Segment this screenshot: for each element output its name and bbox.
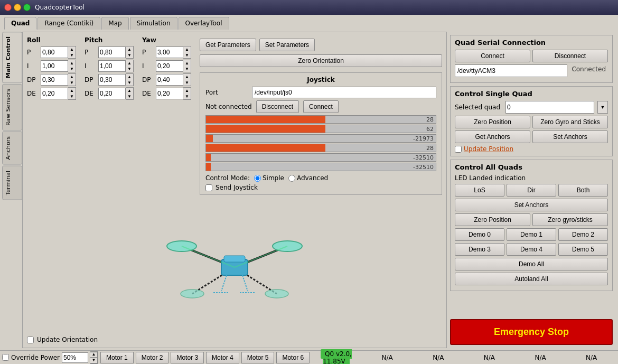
los-button[interactable]: LoS [455,184,504,197]
joystick-port-input[interactable] [252,87,436,98]
yaw-p-up[interactable]: ▲ [183,46,191,52]
demo0-button[interactable]: Demo 0 [455,228,504,241]
advanced-radio-label[interactable]: Advanced [288,174,328,182]
yaw-de-up[interactable]: ▲ [183,88,191,94]
close-button[interactable] [4,4,12,11]
motor5-button[interactable]: Motor 5 [241,352,275,363]
pitch-i-down[interactable]: ▼ [126,66,133,72]
window-controls [4,4,31,11]
serial-connect-button[interactable]: Connect [455,50,530,62]
roll-i-up[interactable]: ▲ [68,60,76,66]
pitch-de-up[interactable]: ▲ [126,88,133,94]
pitch-i-up[interactable]: ▲ [126,60,133,66]
roll-dp-down[interactable]: ▼ [68,80,76,86]
pitch-p-input[interactable] [98,46,126,58]
yaw-p-input[interactable] [156,46,183,58]
zero-position-all-button[interactable]: Zero Position [455,213,530,226]
sidebar-raw-sensors[interactable]: Raw Sensors [2,84,22,130]
pid-group-yaw: Yaw P ▲ ▼ I [142,36,191,195]
tab-simulation[interactable]: Simulation [130,17,177,30]
yaw-i-up[interactable]: ▲ [183,60,191,66]
pitch-p-up[interactable]: ▲ [126,46,133,52]
roll-dp-input[interactable] [41,74,68,86]
joystick-connect-button[interactable]: Connect [303,100,339,113]
simple-radio-label[interactable]: Simple [254,174,284,182]
sidebar-anchors[interactable]: Anchors [2,132,22,165]
both-button[interactable]: Both [558,184,608,197]
get-anchors-single-button[interactable]: Get Anchors [455,130,530,143]
maximize-button[interactable] [23,4,31,11]
all-buttons-1: Zero Position Zero gyro/sticks [455,213,608,226]
selected-quad-spin[interactable]: ▼ [597,101,608,114]
demo4-button[interactable]: Demo 4 [507,243,556,256]
override-up[interactable]: ▲ [90,352,98,358]
roll-de-input[interactable] [41,88,68,99]
selected-quad-input[interactable] [505,101,594,114]
set-anchors-single-button[interactable]: Set Anchors [532,130,608,143]
advanced-radio[interactable] [288,175,295,182]
get-parameters-button[interactable]: Get Parameters [200,39,256,51]
yaw-de-input[interactable] [156,88,183,99]
roll-i-input[interactable] [41,60,68,72]
update-position-checkbox[interactable] [455,146,462,153]
tab-quad[interactable]: Quad [4,17,36,30]
override-down[interactable]: ▼ [90,358,98,363]
motor6-button[interactable]: Motor 6 [276,352,310,363]
demo3-button[interactable]: Demo 3 [455,243,504,256]
demo1-button[interactable]: Demo 1 [507,228,556,241]
motor4-button[interactable]: Motor 4 [206,352,239,363]
yaw-dp-down[interactable]: ▼ [183,80,191,86]
roll-p-down[interactable]: ▼ [68,52,76,58]
pitch-de-input[interactable] [98,88,126,99]
override-power-checkbox[interactable] [2,354,9,361]
roll-p-input[interactable] [41,46,68,58]
set-anchors-all-button[interactable]: Set Anchors [455,199,608,211]
roll-de-up[interactable]: ▲ [68,88,76,94]
demo5-button[interactable]: Demo 5 [558,243,608,256]
roll-i-down[interactable]: ▼ [68,66,76,72]
emergency-stop-button[interactable]: Emergency Stop [450,319,613,345]
pitch-dp-down[interactable]: ▼ [126,80,133,86]
pitch-i-input[interactable] [98,60,126,72]
autoland-all-button[interactable]: Autoland All [455,273,608,285]
update-orientation-checkbox[interactable] [27,337,34,343]
motor1-button[interactable]: Motor 1 [100,352,134,363]
tab-map[interactable]: Map [101,17,128,30]
pitch-de-down[interactable]: ▼ [126,94,133,99]
override-power-input[interactable] [62,352,88,363]
roll-de-down[interactable]: ▼ [68,94,76,99]
simple-radio[interactable] [254,175,261,182]
yaw-dp-input[interactable] [156,74,183,86]
demo2-button[interactable]: Demo 2 [558,228,608,241]
pitch-dp-up[interactable]: ▲ [126,74,133,80]
yaw-de-down[interactable]: ▼ [183,94,191,99]
update-position-label[interactable]: Update Position [464,145,513,153]
zero-position-single-button[interactable]: Zero Position [455,116,530,128]
pitch-dp-input[interactable] [98,74,126,86]
roll-dp-up[interactable]: ▲ [68,74,76,80]
yaw-i-input[interactable] [156,60,183,72]
demo-all-button[interactable]: Demo All [455,258,608,270]
set-parameters-button[interactable]: Set Parameters [259,39,315,51]
yaw-i-down[interactable]: ▼ [183,66,191,72]
send-joystick-checkbox[interactable] [205,184,212,191]
yaw-dp-up[interactable]: ▲ [183,74,191,80]
tab-overlay[interactable]: OverlayTool [179,17,229,30]
motor2-button[interactable]: Motor 2 [136,352,169,363]
autoland-all-row: Autoland All [455,273,608,285]
dir-button[interactable]: Dir [507,184,556,197]
serial-disconnect-button[interactable]: Disconnect [532,50,608,62]
roll-p-up[interactable]: ▲ [68,46,76,52]
sidebar-main-control[interactable]: Main Control [2,32,22,83]
zero-orientation-button[interactable]: Zero Orientation [200,54,442,67]
joystick-disconnect-button[interactable]: Disconnect [256,100,299,113]
motor3-button[interactable]: Motor 3 [171,352,204,363]
zero-gyro-sticks-all-button[interactable]: Zero gyro/sticks [532,213,608,226]
tab-range[interactable]: Range (Contiki) [38,17,100,30]
pitch-p-down[interactable]: ▼ [126,52,133,58]
serial-port-input[interactable] [455,64,567,77]
zero-gyro-sticks-button[interactable]: Zero Gyro and Sticks [532,116,608,128]
minimize-button[interactable] [14,4,21,11]
sidebar-terminal[interactable]: Terminal [2,166,22,200]
yaw-p-down[interactable]: ▼ [183,52,191,58]
